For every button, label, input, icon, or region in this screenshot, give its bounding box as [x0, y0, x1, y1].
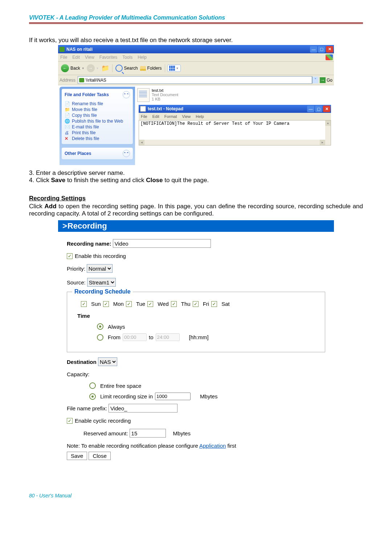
task-label: Print this file — [72, 130, 95, 135]
enable-recording-checkbox[interactable]: ✓ — [67, 253, 73, 259]
task-delete[interactable]: ✕Delete this file — [65, 136, 130, 141]
cyclic-checkbox[interactable]: ✓ — [67, 418, 73, 424]
menu-file[interactable]: File — [141, 114, 147, 119]
capacity-limit-label: Limit recording size in — [100, 393, 153, 399]
menu-view[interactable]: View — [85, 55, 94, 60]
file-name: test.txt — [152, 88, 178, 93]
scroll-up-icon[interactable]: ▲ — [325, 120, 331, 126]
note-text-post: first — [226, 443, 236, 449]
step-text: 4. Click — [29, 177, 51, 184]
folder-up-button[interactable]: 📁 — [101, 64, 110, 73]
minimize-button[interactable]: — — [307, 106, 314, 112]
menu-tools[interactable]: Tools — [122, 55, 132, 60]
capacity-limit-input[interactable] — [155, 393, 191, 400]
day-wed-checkbox[interactable]: ✓ — [147, 301, 153, 307]
day-tue-checkbox[interactable]: ✓ — [126, 301, 132, 307]
application-link[interactable]: Application — [199, 443, 226, 449]
recording-settings-desc: Click Add to open the recording setting … — [29, 203, 363, 217]
menu-file[interactable]: File — [60, 55, 67, 60]
menu-format[interactable]: Format — [164, 114, 177, 119]
address-value: \\ritali\NAS — [86, 78, 106, 83]
close-button[interactable]: Close — [89, 452, 110, 460]
day-sat-checkbox[interactable]: ✓ — [211, 301, 217, 307]
capacity-label: Capacity: — [67, 371, 90, 377]
maximize-button[interactable]: ▢ — [315, 106, 322, 112]
task-copy[interactable]: 📄Copy this file — [65, 113, 130, 118]
menu-favorites[interactable]: Favorites — [99, 55, 117, 60]
search-button[interactable]: Search — [115, 64, 139, 72]
recording-panel: >Recording Recording name: ✓ Enable this… — [58, 220, 334, 467]
go-label: Go — [327, 78, 332, 83]
close-button[interactable]: ✕ — [326, 46, 333, 53]
views-icon — [169, 66, 175, 71]
step-4: 4. Click Save to finish the setting and … — [29, 177, 363, 184]
desc-text: Click — [29, 203, 45, 210]
day-label: Fri — [203, 301, 209, 307]
address-dropdown-button[interactable]: ˅ — [312, 77, 318, 83]
source-select[interactable]: Stream1 — [87, 278, 116, 287]
go-button[interactable]: → Go — [320, 77, 332, 83]
capacity-entire-radio[interactable] — [89, 382, 96, 389]
day-label: Wed — [158, 301, 169, 307]
menu-help[interactable]: Help — [138, 55, 147, 60]
time-to-input — [156, 333, 180, 341]
prefix-input[interactable] — [109, 404, 177, 413]
folders-button[interactable]: Folders — [139, 65, 163, 71]
enable-recording-label: Enable this recording — [75, 253, 126, 259]
views-button[interactable]: ▼ — [167, 65, 181, 72]
side-task-panel: File and Folder Tasks ⌃⌃ 📄Rename this fi… — [60, 87, 135, 165]
step-text: to quit the page. — [163, 177, 209, 184]
recording-name-input[interactable] — [113, 239, 211, 248]
scrollbar-horizontal[interactable]: ◀ ▶ — [139, 140, 325, 145]
scroll-left-icon[interactable]: ◀ — [139, 140, 144, 145]
reserved-input[interactable] — [130, 429, 166, 438]
folder-icon — [140, 66, 146, 71]
step-bold-save: Save — [51, 177, 65, 184]
collapse-icon[interactable]: ⌃⌃ — [123, 91, 130, 98]
explorer-window: NAS on ritali — ▢ ✕ File Edit View Favor… — [58, 45, 334, 167]
priority-select[interactable]: Normal — [87, 264, 113, 273]
capacity-limit-radio[interactable] — [89, 393, 96, 400]
windows-flag-icon — [326, 54, 333, 60]
day-mon-checkbox[interactable]: ✓ — [103, 301, 109, 307]
resize-grip-icon[interactable] — [325, 140, 331, 145]
destination-select[interactable]: NAS — [98, 357, 117, 366]
tasks-header: File and Folder Tasks — [65, 92, 109, 97]
scroll-right-icon[interactable]: ▶ — [320, 140, 325, 145]
menu-edit[interactable]: Edit — [72, 55, 80, 60]
forward-button[interactable]: → ▼ — [86, 64, 100, 73]
close-button[interactable]: ✕ — [323, 106, 330, 112]
day-fri-checkbox[interactable]: ✓ — [193, 301, 199, 307]
chevron-down-icon: ▼ — [96, 67, 99, 70]
schedule-legend: Recording Schedule — [72, 288, 133, 295]
menu-help[interactable]: Help — [196, 114, 204, 119]
explorer-title: NAS on ritali — [66, 47, 310, 52]
day-sun-checkbox[interactable]: ✓ — [81, 301, 87, 307]
back-button[interactable]: ← Back ▼ — [60, 64, 85, 73]
maximize-button[interactable]: ▢ — [318, 46, 325, 53]
file-item-test-txt[interactable]: test.txt Text Document 1 KB — [137, 88, 330, 102]
task-move[interactable]: 📁Move this file — [65, 107, 130, 112]
task-label: Move this file — [72, 107, 97, 112]
menu-edit[interactable]: Edit — [152, 114, 159, 119]
explorer-content: test.txt Text Document 1 KB test.txt - N… — [135, 87, 332, 165]
save-button[interactable]: Save — [67, 452, 87, 460]
task-print[interactable]: 🖨Print this file — [65, 130, 130, 135]
minimize-button[interactable]: — — [310, 46, 317, 53]
collapse-icon[interactable]: ⌃⌃ — [123, 150, 130, 157]
day-thu-checkbox[interactable]: ✓ — [171, 301, 177, 307]
time-from-radio[interactable] — [97, 334, 103, 341]
search-label: Search — [124, 66, 138, 71]
address-bar: Address \\ritali\NAS ˅ → Go — [58, 75, 334, 85]
task-label: Delete this file — [72, 136, 99, 141]
task-rename[interactable]: 📄Rename this file — [65, 101, 130, 106]
menu-view[interactable]: View — [182, 114, 191, 119]
task-email[interactable]: ✉️E-mail this file — [65, 124, 130, 130]
task-publish[interactable]: 🌐Publish this file to the Web — [65, 119, 130, 124]
day-label: Thu — [181, 301, 191, 307]
notepad-textarea[interactable]: [NOTIFICATION]The Result of Server Test … — [139, 120, 331, 145]
address-input[interactable]: \\ritali\NAS — [78, 76, 312, 84]
scrollbar-vertical[interactable]: ▲ — [325, 120, 331, 140]
intro-text: If it works, you will also receive a tes… — [29, 37, 363, 44]
time-always-radio[interactable] — [97, 323, 103, 330]
